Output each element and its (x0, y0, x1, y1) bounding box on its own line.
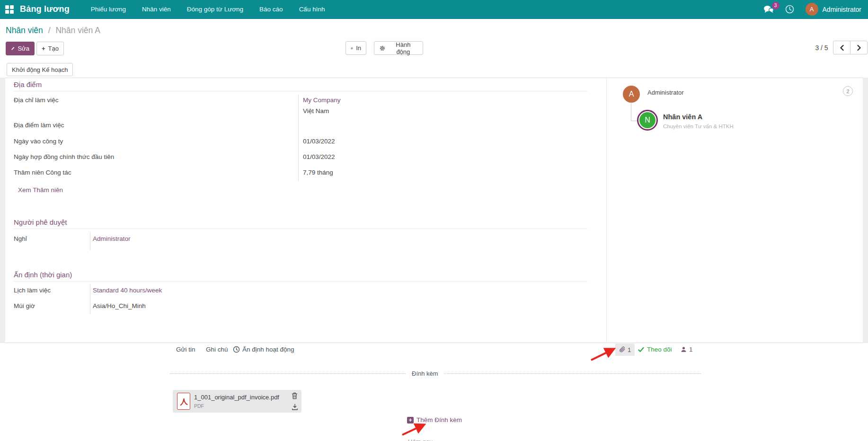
section-title-location: Địa điểm (14, 80, 42, 88)
follow-label: Theo dõi (647, 346, 672, 353)
field-label-timezone: Múi giờ (14, 302, 35, 309)
topbar-right: 3 A Administrator (763, 3, 868, 16)
field-value-leave-approver[interactable]: Administrator (93, 235, 131, 242)
menu-item-cau-hinh[interactable]: Cấu hình (292, 1, 332, 18)
field-label-work-address: Địa chỉ làm việc (14, 97, 59, 104)
user-name: Administrator (823, 6, 861, 13)
field-label-working-schedule: Lịch làm việc (14, 287, 51, 294)
menu-item-nhan-vien[interactable]: Nhân viên (135, 1, 178, 18)
panel-divider (606, 78, 607, 343)
manager-name: Administrator (647, 89, 684, 96)
section-title-approver: Người phê duyệt (14, 218, 67, 226)
print-label: In (356, 44, 361, 52)
pager-previous-button[interactable] (833, 41, 850, 54)
messages-button[interactable]: 3 (763, 5, 774, 14)
trash-icon (292, 392, 298, 399)
field-label-seniority: Thâm niên Công tác (14, 169, 71, 176)
grid-square (10, 10, 14, 14)
menu-item-bao-cao[interactable]: Báo cáo (252, 1, 290, 18)
user-menu[interactable]: A Administrator (806, 3, 861, 16)
attachment-filename[interactable]: 1_001_original_pdf_invoice.pdf (194, 394, 279, 401)
field-label-first-contract-date: Ngày hợp đồng chính thức đầu tiên (14, 153, 114, 160)
followers-count: 1 (689, 346, 693, 353)
schedule-activity-label: Ấn định hoạt động (242, 346, 294, 353)
field-value-first-contract-date: 01/03/2022 (303, 153, 335, 160)
field-value-work-address[interactable]: My Company (303, 97, 341, 104)
employee-avatar-initial: N (639, 112, 655, 128)
field-separator (90, 284, 90, 314)
pdf-file-icon (177, 393, 190, 410)
schedule-activity-button[interactable]: Ấn định hoạt động (233, 346, 294, 353)
clipped-bottom-text: Hôm nay (408, 438, 479, 441)
section-rule (14, 91, 587, 91)
employee-avatar[interactable]: N (637, 110, 658, 131)
follow-button[interactable]: Theo dõi (638, 346, 672, 353)
topbar: Bảng lương Phiếu lương Nhân viên Đóng gó… (0, 0, 868, 19)
apps-menu-icon[interactable] (5, 5, 13, 13)
create-button[interactable]: + Tạo (36, 42, 64, 55)
action-button[interactable]: Hành động (374, 41, 423, 55)
breadcrumb-parent[interactable]: Nhân viên (6, 26, 43, 35)
attachments-separator-label: Đính kèm (406, 370, 444, 377)
hierarchy-connector (631, 121, 637, 121)
download-attachment-button[interactable] (292, 404, 298, 410)
person-icon (681, 346, 687, 353)
chevron-left-icon (839, 44, 845, 51)
paperclip-icon (619, 346, 626, 353)
add-attachment-label: Thêm Đính kèm (416, 416, 462, 423)
attachments-count: 1 (628, 346, 631, 353)
field-value-timezone: Asia/Ho_Chi_Minh (93, 302, 146, 309)
menu-item-dong-gop-tu-luong[interactable]: Đóng góp từ Lương (180, 1, 250, 18)
field-value-join-date: 01/03/2022 (303, 138, 335, 145)
attachment-filetype: PDF (194, 403, 204, 409)
hierarchy-count-badge[interactable]: 2 (843, 86, 853, 96)
field-label-work-location: Địa điểm làm việc (14, 122, 64, 129)
messages-badge: 3 (772, 2, 779, 9)
log-note-button[interactable]: Ghi chú (206, 346, 228, 353)
attachment-card[interactable]: 1_001_original_pdf_invoice.pdf PDF (173, 390, 301, 413)
gear-icon (379, 45, 386, 52)
app-title[interactable]: Bảng lương (20, 4, 70, 14)
create-label: Tạo (48, 45, 59, 52)
field-label-leave-approver: Nghỉ (14, 235, 27, 242)
payroll-app-window: Bảng lương Phiếu lương Nhân viên Đóng gó… (0, 0, 868, 441)
pager-count: 3 / 5 (811, 44, 832, 52)
pencil-icon (11, 45, 15, 52)
print-button[interactable]: In (345, 41, 366, 55)
section-title-schedule: Ấn định (thời gian) (14, 271, 72, 279)
grid-square (10, 5, 14, 9)
employee-role: Chuyên viên Tư vấn & HTKH (663, 123, 734, 129)
action-label: Hành động (389, 41, 418, 55)
launch-plan-button[interactable]: Khởi động Kế hoạch (7, 63, 73, 76)
manager-avatar[interactable]: A (623, 86, 640, 103)
delete-attachment-button[interactable] (292, 392, 298, 399)
user-avatar: A (806, 3, 818, 16)
attachments-button[interactable]: 1 (615, 344, 635, 356)
field-value-working-schedule[interactable]: Standard 40 hours/week (93, 287, 162, 294)
pdf-logo-glyph (179, 395, 188, 407)
employee-name[interactable]: Nhân viên A (663, 113, 702, 121)
printer-icon (351, 45, 353, 52)
view-seniority-button[interactable]: Xem Thâm niên (18, 186, 63, 194)
plus-icon: + (42, 45, 45, 52)
add-attachment-button[interactable]: + Thêm Đính kèm (407, 416, 462, 423)
check-icon (638, 347, 644, 353)
download-icon (292, 404, 298, 410)
chevron-right-icon (856, 44, 862, 51)
sheet-left-gutter (0, 78, 5, 343)
followers-button[interactable]: 1 (681, 346, 693, 353)
send-message-button[interactable]: Gửi tin (176, 346, 195, 353)
pager-next-button[interactable] (850, 41, 868, 54)
field-label-join-date: Ngày vào công ty (14, 138, 63, 145)
breadcrumb: Nhân viên / Nhân viên A (6, 26, 100, 35)
field-separator (90, 232, 90, 250)
activities-button[interactable] (785, 5, 794, 14)
grid-square (5, 10, 9, 14)
menu-item-phieu-luong[interactable]: Phiếu lương (84, 1, 133, 18)
top-menu: Phiếu lương Nhân viên Đóng góp từ Lương … (84, 1, 332, 18)
clock-icon (785, 5, 794, 14)
section-rule (14, 229, 587, 229)
clock-icon (233, 346, 240, 353)
edit-button[interactable]: Sửa (6, 42, 35, 55)
sheet-right-gutter (863, 78, 868, 343)
